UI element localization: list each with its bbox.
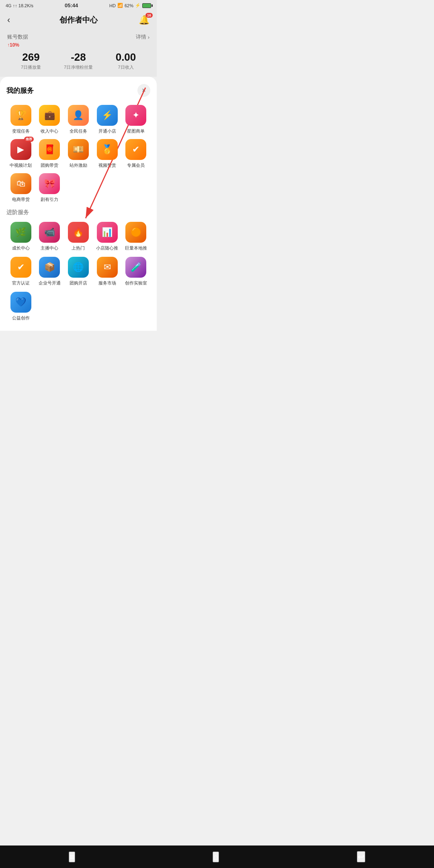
status-time: 05:44 bbox=[65, 2, 78, 8]
stat-income: 0.00 7日收入 bbox=[102, 51, 149, 70]
juliang-icon: 🟠 bbox=[125, 222, 146, 243]
stat-fans-label: 7日净增粉丝量 bbox=[55, 64, 102, 70]
service-item-shiyanshi[interactable]: 🧪 创作实验室 bbox=[121, 257, 150, 286]
suixin-icon: 📊 bbox=[97, 222, 118, 243]
fuwu-label: 服务市场 bbox=[98, 280, 116, 286]
service-item-bianxian[interactable]: 🏆 变现任务 bbox=[6, 105, 35, 134]
juyou-icon: 🎀 bbox=[39, 173, 60, 194]
notification-badge: 16 bbox=[145, 13, 153, 18]
tuangou-open-label: 团购开店 bbox=[70, 280, 87, 286]
service-item-xingtu[interactable]: ✦ 星图商单 bbox=[121, 105, 150, 134]
zhubo-icon: 📹 bbox=[39, 222, 60, 243]
tuangou-icon: 🧧 bbox=[39, 139, 60, 160]
service-item-fuwu[interactable]: ✉ 服务市场 bbox=[93, 257, 122, 286]
remen-icon: 🔥 bbox=[68, 222, 89, 243]
service-item-zhubo[interactable]: 📹 主播中心 bbox=[35, 222, 64, 251]
service-item-gongyi[interactable]: 💙 公益创作 bbox=[6, 292, 35, 321]
service-item-xiaodian[interactable]: ⚡ 开通小店 bbox=[93, 105, 122, 134]
status-bar: 4G ↑↑ 18.2K/s 05:44 HD 📶 62%⚡ bbox=[0, 0, 157, 11]
stats-header: 账号数据 详情 › bbox=[7, 33, 149, 41]
fuwu-icon: ✉ bbox=[97, 257, 118, 278]
shouru-label: 收入中心 bbox=[41, 128, 58, 134]
service-item-suixin[interactable]: 📊 小店随心推 bbox=[93, 222, 122, 251]
dianshang-icon: 🛍 bbox=[10, 173, 31, 194]
service-item-juyou[interactable]: 🎀 剧有引力 bbox=[35, 173, 64, 203]
stat-income-value: 0.00 bbox=[102, 51, 149, 63]
close-button[interactable]: × bbox=[137, 84, 150, 97]
gongyi-label: 公益创作 bbox=[12, 315, 30, 321]
chengzhang-icon: 🌿 bbox=[10, 222, 31, 243]
battery-icon bbox=[142, 3, 151, 8]
stats-row: 269 7日播放量 -28 7日净增粉丝量 0.00 7日收入 bbox=[7, 51, 149, 70]
zanshang-label: 视频赞赏 bbox=[98, 162, 116, 168]
shouru-icon: 💼 bbox=[39, 105, 60, 126]
service-item-shouru[interactable]: 💼 收入中心 bbox=[35, 105, 64, 134]
stat-fans: -28 7日净增粉丝量 bbox=[55, 51, 102, 70]
stat-playcount: 269 7日播放量 bbox=[7, 51, 55, 70]
huiyuan-icon: ✔ bbox=[125, 139, 146, 160]
stat-playcount-label: 7日播放量 bbox=[7, 64, 55, 70]
quanmin-icon: 👤 bbox=[68, 105, 89, 126]
back-button[interactable]: ‹ bbox=[7, 15, 10, 25]
zhubo-label: 主播中心 bbox=[41, 245, 58, 251]
service-item-zhanwai[interactable]: 💴 站外激励 bbox=[64, 139, 93, 168]
signal-text: 4G ↑↑ 18.2K/s bbox=[6, 3, 33, 8]
service-item-qiye[interactable]: 📦 企业号开通 bbox=[35, 257, 64, 286]
notification-button[interactable]: 🔔 16 bbox=[139, 15, 149, 25]
advanced-services-grid: 🌿 成长中心 📹 主播中心 🔥 上热门 📊 小店随心推 bbox=[6, 222, 150, 321]
page-title: 创作者中心 bbox=[59, 15, 98, 25]
bianxian-icon: 🏆 bbox=[10, 105, 31, 126]
service-item-remen[interactable]: 🔥 上热门 bbox=[64, 222, 93, 251]
stats-up-percent: ↑10% bbox=[7, 42, 149, 48]
qiye-label: 企业号开通 bbox=[39, 280, 61, 286]
xingtu-icon: ✦ bbox=[125, 105, 146, 126]
guanfang-label: 官方认证 bbox=[12, 280, 30, 286]
zhongshipin-label: 中视频计划 bbox=[10, 162, 32, 168]
header: ‹ 创作者中心 🔔 16 bbox=[0, 11, 157, 29]
tuangou-label: 团购带货 bbox=[41, 162, 58, 168]
dianshang-label: 电商带货 bbox=[12, 197, 30, 203]
wifi-icon: 📶 bbox=[117, 3, 123, 8]
zanshang-icon: 🥇 bbox=[97, 139, 118, 160]
xiaodian-icon: ⚡ bbox=[97, 105, 118, 126]
service-item-huiyuan[interactable]: ✔ 专属会员 bbox=[121, 139, 150, 168]
stat-playcount-value: 269 bbox=[7, 51, 55, 63]
main-card: 我的服务 × 🏆 变现任务 💼 收入中心 👤 全民任务 bbox=[0, 77, 157, 331]
zhanwai-label: 站外激励 bbox=[70, 162, 87, 168]
status-right: HD 📶 62%⚡ bbox=[109, 3, 151, 8]
tuangou-open-icon: 🌐 bbox=[68, 257, 89, 278]
remen-label: 上热门 bbox=[72, 245, 85, 251]
battery-percent: 62% bbox=[125, 3, 133, 8]
zhongshipin-icon: ▶ 推荐 bbox=[10, 139, 31, 160]
juyou-label: 剧有引力 bbox=[41, 197, 58, 203]
stat-fans-value: -28 bbox=[55, 51, 102, 63]
service-item-juliang[interactable]: 🟠 巨量本地推 bbox=[121, 222, 150, 251]
my-services-grid: 🏆 变现任务 💼 收入中心 👤 全民任务 ⚡ 开通小店 bbox=[6, 105, 150, 203]
huiyuan-label: 专属会员 bbox=[127, 162, 145, 168]
status-left: 4G ↑↑ 18.2K/s bbox=[6, 3, 33, 8]
advanced-section-label: 进阶服务 bbox=[6, 209, 150, 216]
service-item-guanfang[interactable]: ✔ 官方认证 bbox=[6, 257, 35, 286]
zhanwai-icon: 💴 bbox=[68, 139, 89, 160]
service-item-zhongshipin[interactable]: ▶ 推荐 中视频计划 bbox=[6, 139, 35, 168]
card-header: 我的服务 × bbox=[6, 84, 150, 97]
gongyi-icon: 💙 bbox=[10, 292, 31, 313]
qiye-icon: 📦 bbox=[39, 257, 60, 278]
shiyanshi-label: 创作实验室 bbox=[125, 280, 147, 286]
stats-detail-link[interactable]: 详情 › bbox=[136, 33, 149, 41]
service-item-dianshang[interactable]: 🛍 电商带货 bbox=[6, 173, 35, 203]
recommend-badge: 推荐 bbox=[24, 137, 34, 142]
service-item-tuangou-open[interactable]: 🌐 团购开店 bbox=[64, 257, 93, 286]
xiaodian-label: 开通小店 bbox=[98, 128, 116, 134]
xingtu-label: 星图商单 bbox=[127, 128, 145, 134]
juliang-label: 巨量本地推 bbox=[125, 245, 147, 251]
service-item-quanmin[interactable]: 👤 全民任务 bbox=[64, 105, 93, 134]
chengzhang-label: 成长中心 bbox=[12, 245, 30, 251]
service-item-chengzhang[interactable]: 🌿 成长中心 bbox=[6, 222, 35, 251]
service-item-tuangou[interactable]: 🧧 团购带货 bbox=[35, 139, 64, 168]
shiyanshi-icon: 🧪 bbox=[125, 257, 146, 278]
quanmin-label: 全民任务 bbox=[70, 128, 87, 134]
guanfang-icon: ✔ bbox=[10, 257, 31, 278]
stat-income-label: 7日收入 bbox=[102, 64, 149, 70]
service-item-zanshang[interactable]: 🥇 视频赞赏 bbox=[93, 139, 122, 168]
